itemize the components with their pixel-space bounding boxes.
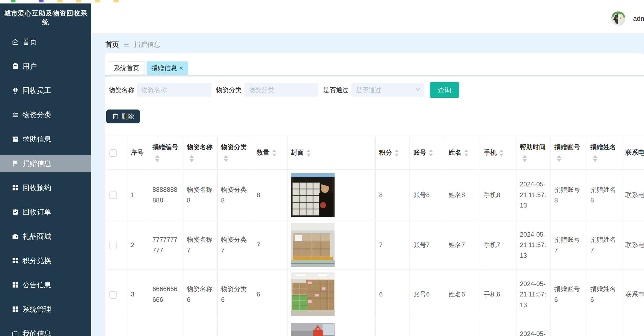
cell-material_name: 物资名称6 bbox=[183, 270, 218, 319]
avatar[interactable] bbox=[611, 11, 626, 26]
cell-quantity: 6 bbox=[253, 270, 288, 319]
cell-text: 手机6 bbox=[484, 291, 500, 298]
sidebar-item-help-info[interactable]: 求助信息 bbox=[0, 127, 91, 151]
sort-caret-icon[interactable] bbox=[272, 149, 276, 157]
cell-help_time: 2024-05-21 11:57:13 bbox=[516, 319, 551, 336]
cell-phone: 手机7 bbox=[480, 220, 516, 270]
sort-caret-icon[interactable] bbox=[224, 155, 228, 162]
sidebar-item-material-category[interactable]: 物资分类 bbox=[0, 103, 91, 127]
sidebar-item-my-info[interactable]: 我的信息 bbox=[0, 321, 91, 336]
flag-icon bbox=[12, 160, 19, 167]
delete-button[interactable]: 删除 bbox=[106, 110, 140, 123]
sort-caret-icon[interactable] bbox=[429, 149, 433, 157]
cell-donor_account: 捐赠账号5 bbox=[551, 319, 587, 336]
column-header-name: 姓名 bbox=[445, 136, 480, 170]
column-header-label: 捐赠编号 bbox=[152, 143, 178, 151]
sidebar-item-announcement[interactable]: 公告信息 bbox=[0, 273, 91, 297]
search-button[interactable]: 查询 bbox=[430, 82, 459, 98]
sort-caret-icon[interactable] bbox=[395, 149, 399, 157]
cell-text: 捐赠姓名7 bbox=[590, 236, 616, 254]
cell-text: 手机8 bbox=[484, 191, 500, 198]
sort-caret-icon[interactable] bbox=[464, 149, 468, 157]
breadcrumb-home[interactable]: 首页 bbox=[105, 40, 119, 49]
cell-donation_no: 7777777777 bbox=[149, 220, 183, 270]
cell-donor_name: 捐赠姓名7 bbox=[587, 220, 622, 270]
sidebar-item-recycle-order[interactable]: 回收订单 bbox=[0, 200, 91, 224]
sort-caret-icon[interactable] bbox=[190, 155, 194, 162]
column-header-cover: 封面 bbox=[288, 136, 376, 170]
filter-input-material-name[interactable] bbox=[137, 83, 211, 97]
sidebar-item-label: 用户 bbox=[22, 61, 37, 71]
sidebar-item-recycle-booking[interactable]: 回收预约 bbox=[0, 175, 91, 200]
filter-label-approved: 是否通过 bbox=[323, 86, 349, 94]
sort-caret-icon[interactable] bbox=[593, 155, 597, 162]
sidebar-item-label: 首页 bbox=[22, 37, 37, 47]
sidebar-item-donation-info[interactable]: 捐赠信息 bbox=[0, 151, 91, 175]
row-checkbox[interactable] bbox=[109, 242, 117, 249]
row-checkbox[interactable] bbox=[109, 192, 117, 199]
column-header-selection bbox=[106, 136, 127, 170]
filter-input-material-category[interactable] bbox=[244, 83, 319, 97]
row-checkbox[interactable] bbox=[109, 291, 117, 299]
bulb-icon bbox=[12, 87, 19, 94]
sidebar-item-gift-mall[interactable]: 礼品商城 bbox=[0, 224, 91, 248]
username[interactable]: adm bbox=[633, 15, 644, 22]
column-header-label: 物资名称 bbox=[187, 143, 213, 151]
folder-icon[interactable] bbox=[76, 0, 81, 2]
cell-material_category: 物资分类6 bbox=[218, 270, 253, 319]
cell-donation_no: 8888888888 bbox=[149, 170, 183, 220]
cell-text: 6 bbox=[257, 291, 260, 298]
filter-select-approved[interactable]: 是否通过 bbox=[351, 83, 424, 97]
column-header-label: 捐赠姓名 bbox=[590, 143, 616, 151]
select-all-checkbox[interactable] bbox=[109, 149, 117, 157]
sort-caret-icon[interactable] bbox=[307, 149, 311, 157]
table-header-row: 序号捐赠编号物资名称物资分类数量封面积分账号姓名手机帮助时间捐赠账号捐赠姓名联系… bbox=[106, 136, 644, 170]
cell-text: 捐赠账号7 bbox=[554, 236, 580, 254]
folder-icon[interactable] bbox=[57, 0, 62, 2]
cell-cover bbox=[288, 220, 376, 270]
cell-account: 账号5 bbox=[410, 319, 445, 336]
grid-icon bbox=[12, 306, 19, 313]
folder-icon[interactable] bbox=[113, 0, 119, 2]
sort-caret-icon[interactable] bbox=[155, 155, 159, 162]
tab-system-home[interactable]: 系统首页 bbox=[109, 61, 144, 75]
cell-text: 姓名7 bbox=[449, 241, 465, 248]
sidebar-item-home[interactable]: 首页 bbox=[0, 30, 91, 54]
sidebar-item-recycle-staff[interactable]: 回收员工 bbox=[0, 78, 91, 103]
purple-app-icon[interactable] bbox=[39, 0, 44, 2]
column-header-help_time: 帮助时间 bbox=[516, 136, 551, 170]
sidebar-item-label: 系统管理 bbox=[22, 304, 51, 314]
cell-name: 姓名7 bbox=[445, 220, 480, 270]
sidebar-item-system-management[interactable]: 系统管理 bbox=[0, 297, 91, 321]
cell-phone: 手机5 bbox=[480, 319, 516, 336]
breadcrumb: 首页 捐赠信息 bbox=[105, 40, 160, 49]
content-area: 首页 捐赠信息 系统首页 捐赠信息 × 物资名称 物资分类 是否通过 是否通过 bbox=[91, 33, 644, 336]
home-icon bbox=[12, 38, 19, 45]
cell-selection bbox=[106, 220, 127, 270]
cell-donor_name: 捐赠姓名8 bbox=[587, 170, 622, 220]
cell-text: 账号8 bbox=[413, 191, 430, 198]
folder-icon[interactable] bbox=[95, 0, 100, 2]
cell-text: 8 bbox=[379, 191, 383, 198]
sidebar-item-points-exchange[interactable]: 积分兑换 bbox=[0, 248, 91, 273]
sidebar-item-users[interactable]: 用户 bbox=[0, 54, 91, 78]
grid-icon bbox=[12, 257, 19, 264]
column-header-quantity: 数量 bbox=[253, 136, 288, 170]
green-app-icon[interactable] bbox=[11, 0, 15, 2]
sort-caret-icon[interactable] bbox=[499, 149, 504, 157]
cell-text: 账号7 bbox=[413, 241, 430, 248]
close-tab-icon[interactable]: × bbox=[179, 65, 183, 72]
column-header-index: 序号 bbox=[127, 136, 149, 170]
pallet-boxes-photo bbox=[291, 223, 335, 267]
cell-cover bbox=[288, 270, 376, 319]
table-wrapper: 序号捐赠编号物资名称物资分类数量封面积分账号姓名手机帮助时间捐赠账号捐赠姓名联系… bbox=[106, 136, 644, 336]
cell-text: 物资分类7 bbox=[221, 236, 247, 254]
cell-text: 联系电话6 bbox=[625, 291, 644, 298]
clipboard-icon bbox=[12, 62, 19, 70]
tab-donation-info[interactable]: 捐赠信息 × bbox=[147, 61, 188, 75]
sort-caret-icon[interactable] bbox=[557, 155, 561, 162]
sort-caret-icon[interactable] bbox=[523, 155, 527, 162]
app-title: 城市爱心互助及物资回收系统 bbox=[0, 8, 91, 28]
cell-points: 6 bbox=[376, 270, 410, 319]
cell-quantity: 8 bbox=[253, 170, 288, 220]
